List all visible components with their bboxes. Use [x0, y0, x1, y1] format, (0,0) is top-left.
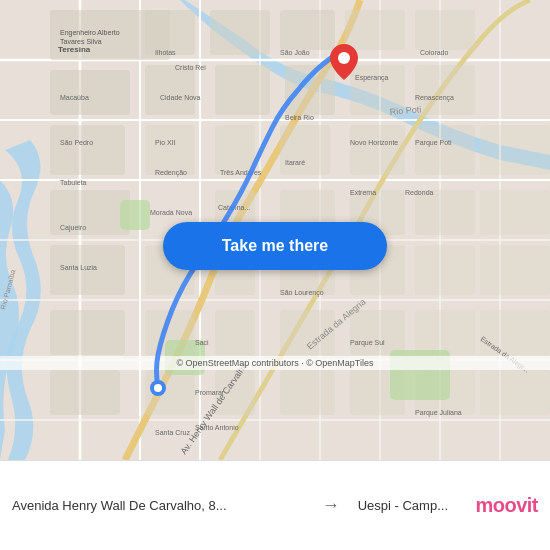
svg-rect-61: [480, 370, 550, 415]
bottom-destination-section: Uespi - Camp...: [358, 498, 448, 513]
destination-pin: [330, 44, 358, 84]
svg-rect-38: [480, 125, 550, 175]
svg-text:São Pedro: São Pedro: [60, 139, 93, 146]
moovit-logo-text: moovit: [475, 494, 538, 517]
bottom-bar: Avenida Henry Wall De Carvalho, 8... → U…: [0, 460, 550, 550]
svg-rect-43: [480, 190, 550, 235]
arrow-icon: →: [322, 495, 340, 516]
svg-text:Engenheiro Alberto: Engenheiro Alberto: [60, 29, 120, 37]
svg-text:Saci: Saci: [195, 339, 209, 346]
svg-rect-17: [50, 70, 130, 115]
svg-rect-48: [415, 245, 475, 295]
svg-text:Cajueiro: Cajueiro: [60, 224, 86, 232]
svg-text:Cristo Rei: Cristo Rei: [175, 64, 206, 71]
svg-point-107: [154, 384, 162, 392]
svg-text:Tavares Silva: Tavares Silva: [60, 38, 102, 45]
svg-rect-22: [280, 10, 335, 50]
svg-rect-32: [50, 370, 120, 415]
svg-text:Três Andares: Três Andares: [220, 169, 262, 176]
svg-text:Santo Antonio: Santo Antonio: [195, 424, 239, 431]
svg-text:Parque Sul: Parque Sul: [350, 339, 385, 347]
svg-text:Cidade Nova: Cidade Nova: [160, 94, 201, 101]
svg-text:Santa Cruz: Santa Cruz: [155, 429, 191, 436]
map-container: Av. Henry Wall de Carvalho Estrada da Al…: [0, 0, 550, 460]
svg-rect-23: [285, 65, 335, 115]
svg-rect-54: [415, 310, 475, 355]
svg-rect-34: [215, 125, 255, 175]
svg-text:Parque Poti: Parque Poti: [415, 139, 452, 147]
svg-rect-27: [415, 65, 475, 115]
svg-text:Redenção: Redenção: [155, 169, 187, 177]
svg-text:Catarina...: Catarina...: [218, 204, 250, 211]
svg-text:Tabuleta: Tabuleta: [60, 179, 87, 186]
svg-text:Beira Rio: Beira Rio: [285, 114, 314, 121]
svg-rect-49: [480, 245, 550, 295]
svg-text:São Lourenço: São Lourenço: [280, 289, 324, 297]
svg-rect-35: [280, 125, 330, 175]
svg-rect-33: [145, 125, 195, 175]
svg-text:Santa Luzia: Santa Luzia: [60, 264, 97, 271]
svg-rect-31: [50, 310, 125, 355]
svg-text:Extrema: Extrema: [350, 189, 376, 196]
svg-rect-37: [415, 125, 475, 175]
svg-text:Renascença: Renascença: [415, 94, 454, 102]
svg-text:Itararé: Itararé: [285, 159, 305, 166]
svg-rect-20: [210, 10, 270, 55]
map-attribution: © OpenStreetMap contributors · © OpenMap…: [0, 356, 550, 370]
svg-text:Novo Horizonte: Novo Horizonte: [350, 139, 398, 146]
svg-text:Macaúba: Macaúba: [60, 94, 89, 101]
take-me-there-button[interactable]: Take me there: [163, 222, 387, 270]
moovit-logo: moovit: [458, 494, 538, 517]
svg-text:Morada Nova: Morada Nova: [150, 209, 192, 216]
svg-rect-19: [145, 65, 195, 115]
bottom-origin-section: Avenida Henry Wall De Carvalho, 8...: [12, 498, 304, 513]
svg-rect-64: [120, 200, 150, 230]
svg-rect-53: [350, 310, 405, 355]
svg-text:Colorado: Colorado: [420, 49, 449, 56]
svg-rect-36: [350, 125, 405, 175]
svg-text:Esperança: Esperança: [355, 74, 389, 82]
svg-rect-21: [215, 65, 270, 115]
svg-text:Pio XII: Pio XII: [155, 139, 176, 146]
svg-rect-51: [215, 310, 255, 355]
svg-text:Redonda: Redonda: [405, 189, 434, 196]
svg-text:Promarar: Promarar: [195, 389, 225, 396]
svg-rect-28: [50, 125, 125, 175]
svg-rect-26: [415, 10, 475, 50]
destination-label: Uespi - Camp...: [358, 498, 448, 513]
svg-point-105: [338, 52, 350, 64]
origin-label: Avenida Henry Wall De Carvalho, 8...: [12, 498, 272, 513]
svg-text:São João: São João: [280, 49, 310, 56]
svg-text:Teresina: Teresina: [58, 45, 91, 54]
svg-rect-58: [280, 370, 335, 415]
svg-text:Parque Juliana: Parque Juliana: [415, 409, 462, 417]
origin-pin: [148, 378, 168, 402]
svg-rect-42: [415, 190, 475, 235]
svg-text:Ilhotas: Ilhotas: [155, 49, 176, 56]
